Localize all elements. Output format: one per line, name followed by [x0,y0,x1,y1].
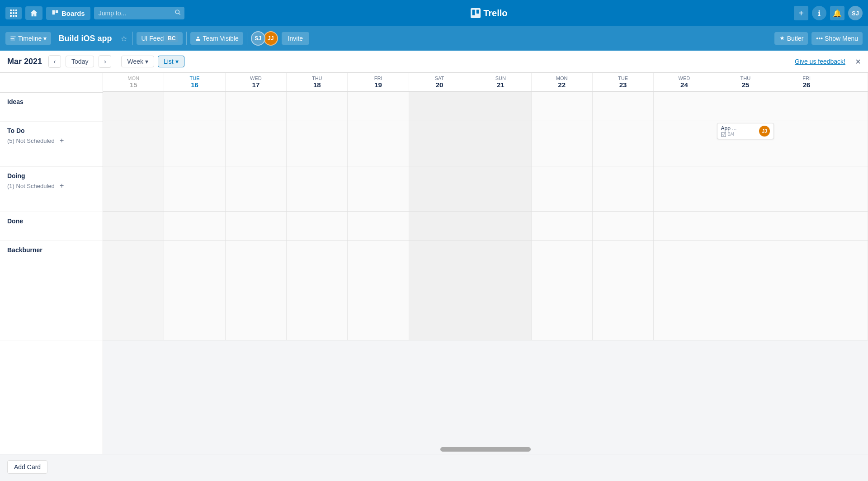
date-cell-ideas-22[interactable] [532,92,593,121]
date-cell-ideas-18[interactable] [287,92,348,121]
date-cell-doing-20[interactable] [409,166,470,211]
date-cell-doing-16[interactable] [164,166,225,211]
avatar-jj[interactable]: JJ [264,31,278,46]
date-cell-ideas-23[interactable] [593,92,654,121]
date-cell-done-26[interactable] [776,212,837,240]
date-cells-row-ideas [103,92,868,121]
date-cell-done-24[interactable] [654,212,715,240]
date-cell-doing-24[interactable] [654,166,715,211]
svg-rect-6 [476,10,479,14]
date-cell-doing-17[interactable] [226,166,287,211]
svg-rect-9 [10,40,15,40]
date-cell-done-17[interactable] [226,212,287,240]
date-cell-todo-26[interactable] [776,121,837,166]
date-cell-backburner-23[interactable] [593,241,654,340]
team-visible-button[interactable]: Team Visible [190,32,243,45]
date-cell-backburner-26[interactable] [776,241,837,340]
date-cell-doing-21[interactable] [470,166,531,211]
date-cell-todo-15[interactable] [103,121,164,166]
feedback-button[interactable]: Give us feedback! [795,58,845,65]
date-cell-done-23[interactable] [593,212,654,240]
checklist-icon [721,132,726,137]
date-cell-doing-19[interactable] [348,166,409,211]
date-cell-ideas-26[interactable] [776,92,837,121]
date-cell-ideas-21[interactable] [470,92,531,121]
today-button[interactable]: Today [66,56,94,67]
ui-feed-button[interactable]: UI Feed BC [137,32,182,45]
add-card-doing-button[interactable]: + [57,181,66,190]
date-cell-backburner-22[interactable] [532,241,593,340]
prev-month-button[interactable]: ‹ [48,55,61,68]
boards-button[interactable]: Boards [46,7,90,20]
date-cell-todo-21[interactable] [470,121,531,166]
date-cell-ideas-16[interactable] [164,92,225,121]
close-calendar-button[interactable]: × [855,57,861,67]
board-title-button[interactable]: Build iOS app [55,32,115,45]
scrollbar-thumb[interactable] [440,447,531,452]
butler-button[interactable]: Butler [774,32,808,45]
week-view-button[interactable]: Week ▾ [121,56,154,67]
date-cell-backburner-18[interactable] [287,241,348,340]
team-visible-icon [195,35,201,42]
trello-logo: Trello [471,8,507,19]
user-avatar-button[interactable]: SJ [848,6,863,20]
date-cell-doing-26[interactable] [776,166,837,211]
date-cell-backburner-15[interactable] [103,241,164,340]
date-cell-backburner-16[interactable] [164,241,225,340]
date-cell-done-21[interactable] [470,212,531,240]
grid-menu-button[interactable] [5,7,22,19]
date-cell-ideas-20[interactable] [409,92,470,121]
show-menu-button[interactable]: ••• Show Menu [811,32,863,45]
date-cell-todo-17[interactable] [226,121,287,166]
date-cell-done-16[interactable] [164,212,225,240]
date-cell-todo-23[interactable] [593,121,654,166]
date-cell-done-15[interactable] [103,212,164,240]
add-card-button[interactable]: Add Card [7,460,47,474]
date-cell-doing-15[interactable] [103,166,164,211]
date-cell-done-25[interactable] [715,212,776,240]
date-cell-todo-16[interactable] [164,121,225,166]
date-cell-backburner-17[interactable] [226,241,287,340]
next-month-button[interactable]: › [99,55,111,68]
date-cell-backburner-19[interactable] [348,241,409,340]
date-cell-doing-25[interactable] [715,166,776,211]
date-cell-backburner-24[interactable] [654,241,715,340]
date-cell-backburner-25[interactable] [715,241,776,340]
timeline-button[interactable]: Timeline ▾ [5,32,51,45]
invite-button[interactable]: Invite [282,32,309,45]
date-cell-doing-23[interactable] [593,166,654,211]
date-cells-row-doing [103,166,868,211]
search-input[interactable] [94,7,184,19]
date-cell-done-18[interactable] [287,212,348,240]
notifications-button[interactable]: 🔔 [830,6,844,20]
date-cell-done-20[interactable] [409,212,470,240]
date-cell-done-22[interactable] [532,212,593,240]
list-view-button[interactable]: List ▾ [158,56,184,67]
card-chip[interactable]: App ... 0/4 JJ [717,123,774,139]
date-cell-todo-18[interactable] [287,121,348,166]
date-cell-extra-doing [837,166,868,211]
create-button[interactable]: + [794,6,808,20]
date-cell-todo-20[interactable] [409,121,470,166]
date-cell-ideas-17[interactable] [226,92,287,121]
date-cell-backburner-21[interactable] [470,241,531,340]
date-cell-todo-22[interactable] [532,121,593,166]
timeline-label: Timeline [18,35,42,42]
star-button[interactable]: ☆ [119,33,129,45]
avatar-sj[interactable]: SJ [251,31,265,46]
date-cell-backburner-20[interactable] [409,241,470,340]
date-cell-todo-24[interactable] [654,121,715,166]
date-cell-done-19[interactable] [348,212,409,240]
home-button[interactable] [25,6,42,20]
date-cell-todo-19[interactable] [348,121,409,166]
svg-rect-0 [52,10,55,15]
date-cell-ideas-15[interactable] [103,92,164,121]
date-cell-ideas-19[interactable] [348,92,409,121]
date-cell-todo-25[interactable]: App ... 0/4 JJ [715,121,776,166]
date-cell-doing-22[interactable] [532,166,593,211]
info-button[interactable]: ℹ [812,6,826,20]
add-card-todo-button[interactable]: + [57,136,66,145]
date-cell-ideas-25[interactable] [715,92,776,121]
date-cell-doing-18[interactable] [287,166,348,211]
date-cell-ideas-24[interactable] [654,92,715,121]
